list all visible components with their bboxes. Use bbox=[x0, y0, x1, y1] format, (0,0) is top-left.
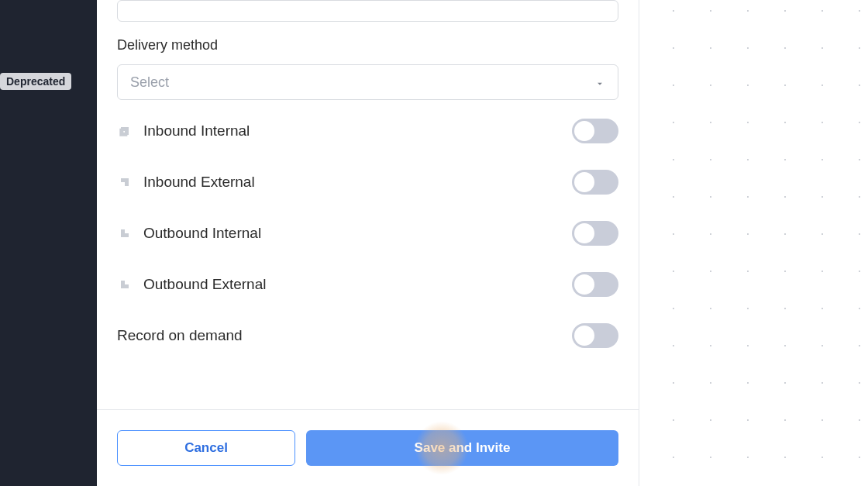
toggle-row-inbound-internal: Inbound Internal bbox=[117, 119, 618, 143]
dot-grid bbox=[639, 0, 868, 486]
canvas-background bbox=[639, 0, 868, 486]
deprecated-badge: Deprecated bbox=[0, 73, 71, 90]
toggle-label: Inbound Internal bbox=[143, 122, 250, 140]
modal-panel: Delivery method Select Inbound Internal bbox=[97, 0, 639, 486]
toggle-row-outbound-internal: Outbound Internal bbox=[117, 221, 618, 246]
select-placeholder: Select bbox=[130, 74, 169, 91]
toggle-knob bbox=[574, 326, 594, 346]
inbound-arrow-icon bbox=[117, 123, 133, 139]
delivery-method-label: Delivery method bbox=[117, 37, 618, 53]
delivery-method-select[interactable]: Select bbox=[117, 64, 618, 100]
toggle-knob bbox=[574, 121, 594, 141]
toggle-knob bbox=[574, 274, 594, 295]
toggle-label: Outbound Internal bbox=[143, 225, 261, 242]
outbound-arrow-icon bbox=[117, 277, 133, 292]
chevron-down-icon bbox=[594, 77, 605, 88]
outbound-arrow-icon bbox=[117, 226, 133, 241]
toggle-inbound-external[interactable] bbox=[572, 170, 618, 195]
toggle-label: Record on demand bbox=[117, 327, 243, 344]
modal-footer: Cancel Save and Invite bbox=[97, 409, 639, 486]
toggle-inbound-internal[interactable] bbox=[572, 119, 618, 143]
text-input[interactable] bbox=[117, 0, 618, 22]
inbound-arrow-icon bbox=[117, 174, 133, 190]
save-button-label: Save and Invite bbox=[415, 440, 511, 456]
toggle-row-outbound-external: Outbound External bbox=[117, 272, 618, 297]
form-body: Delivery method Select Inbound Internal bbox=[97, 0, 639, 409]
toggle-label: Outbound External bbox=[143, 276, 266, 293]
toggle-outbound-internal[interactable] bbox=[572, 221, 618, 246]
main-area: Delivery method Select Inbound Internal bbox=[97, 0, 868, 486]
toggle-knob bbox=[574, 172, 594, 192]
toggle-knob bbox=[574, 223, 594, 243]
toggle-outbound-external[interactable] bbox=[572, 272, 618, 297]
cancel-button[interactable]: Cancel bbox=[117, 430, 295, 466]
toggle-row-record-on-demand: Record on demand bbox=[117, 323, 618, 348]
toggle-label: Inbound External bbox=[143, 174, 255, 191]
toggle-row-inbound-external: Inbound External bbox=[117, 170, 618, 195]
sidebar: Deprecated bbox=[0, 0, 97, 486]
save-and-invite-button[interactable]: Save and Invite bbox=[306, 430, 618, 466]
toggle-record-on-demand[interactable] bbox=[572, 323, 618, 348]
